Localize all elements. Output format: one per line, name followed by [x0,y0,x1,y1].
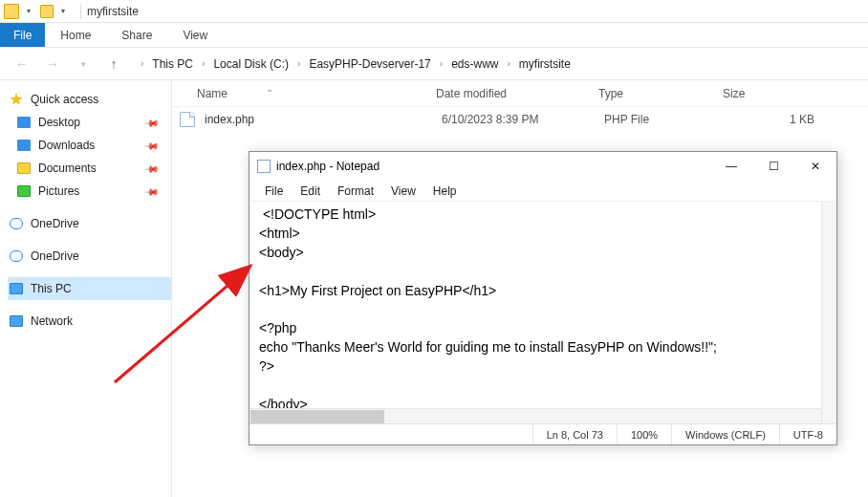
pin-icon: 📌 [144,184,160,199]
sidebar-item-thispc[interactable]: This PC [8,277,171,300]
close-button[interactable]: ✕ [794,152,836,181]
sidebar-item-desktop[interactable]: Desktop📌 [8,111,171,134]
file-date: 6/10/2023 8:39 PM [442,113,604,126]
pictures-icon [17,185,31,197]
sidebar-item-pictures[interactable]: Pictures📌 [8,180,171,203]
separator [80,4,81,19]
sidebar-label: Quick access [31,93,98,106]
sidebar-label: Desktop [38,116,80,129]
scrollbar-vertical[interactable] [821,202,836,423]
sidebar-item-network[interactable]: Network [8,310,171,333]
sidebar-label: Pictures [38,184,79,198]
sidebar-label: OneDrive [31,249,79,263]
window-title: myfirstsite [87,5,139,18]
forward-button[interactable]: → [42,54,63,75]
status-position: Ln 8, Col 73 [532,424,617,444]
scrollbar-thumb[interactable] [250,410,384,423]
address-bar[interactable]: › This PC › Local Disk (C:) › EasyPHP-De… [134,55,573,73]
sidebar-label: Documents [38,162,97,175]
sidebar-item-downloads[interactable]: Downloads📌 [8,134,171,157]
status-zoom: 100% [617,424,671,444]
notepad-content: <!DOCTYPE html> <html> <body> <h1>My Fir… [259,206,717,423]
qat-dropdown[interactable]: ▾ [23,2,34,21]
sort-indicator-icon: ⌃ [266,88,273,98]
notepad-title: index.php - Notepad [276,160,380,173]
column-header-size[interactable]: Size [723,87,809,100]
onedrive-icon [10,218,23,229]
chevron-right-icon: › [437,58,445,69]
recent-dropdown[interactable]: ▾ [73,54,94,75]
up-button[interactable]: ↑ [103,54,124,75]
column-headers: Name⌃ Date modified Type Size [172,80,868,107]
menu-format[interactable]: Format [330,183,381,200]
sidebar-item-onedrive[interactable]: OneDrive [8,245,171,268]
tab-view[interactable]: View [167,23,223,47]
notepad-menubar: File Edit Format View Help [250,181,836,202]
navigation-pane: Quick access Desktop📌 Downloads📌 Documen… [0,80,172,497]
menu-view[interactable]: View [383,183,423,200]
sidebar-label: OneDrive [31,217,79,230]
desktop-icon [17,117,31,128]
status-eol: Windows (CRLF) [671,424,779,444]
chevron-right-icon: › [138,58,146,69]
documents-icon [17,162,31,174]
pin-icon: 📌 [144,161,160,176]
breadcrumb-item[interactable]: myfirstsite [517,55,573,73]
notepad-icon [257,160,271,173]
menu-file[interactable]: File [257,183,291,200]
star-icon [10,93,23,106]
notepad-window: index.php - Notepad ― ☐ ✕ File Edit Form… [249,151,837,445]
file-name: index.php [205,113,442,126]
pin-icon: 📌 [144,138,160,153]
tab-home[interactable]: Home [45,23,106,47]
sidebar-label: Network [31,314,73,328]
chevron-right-icon: › [504,58,512,69]
file-icon [180,112,195,127]
downloads-icon [17,140,31,151]
minimize-button[interactable]: ― [710,152,752,181]
maximize-button[interactable]: ☐ [752,152,794,181]
onedrive-icon [10,250,23,262]
file-row[interactable]: index.php 6/10/2023 8:39 PM PHP File 1 K… [172,107,868,132]
breadcrumb-item[interactable]: Local Disk (C:) [211,55,291,73]
menu-help[interactable]: Help [425,183,465,200]
column-header-name[interactable]: Name⌃ [197,87,436,100]
chevron-right-icon: › [199,58,207,69]
notepad-textarea[interactable]: <!DOCTYPE html> <html> <body> <h1>My Fir… [250,202,836,423]
sidebar-item-documents[interactable]: Documents📌 [8,157,171,180]
file-type: PHP File [604,113,728,126]
column-header-date[interactable]: Date modified [436,87,598,100]
network-icon [10,315,23,327]
sidebar-label: Downloads [38,139,95,152]
thispc-icon [10,283,23,294]
column-header-type[interactable]: Type [598,87,723,100]
folder-icon [4,4,19,19]
status-encoding: UTF-8 [779,424,836,444]
tab-share[interactable]: Share [106,23,167,47]
qat-dropdown[interactable]: ▾ [57,2,69,21]
menu-edit[interactable]: Edit [293,183,328,200]
chevron-right-icon: › [294,58,303,69]
breadcrumb-item[interactable]: This PC [150,55,195,73]
sidebar-label: This PC [31,282,72,295]
sidebar-item-onedrive[interactable]: OneDrive [8,212,171,235]
notepad-statusbar: Ln 8, Col 73 100% Windows (CRLF) UTF-8 [250,423,836,444]
scrollbar-horizontal[interactable] [250,408,821,423]
file-tab[interactable]: File [0,23,45,47]
sidebar-quick-access[interactable]: Quick access [8,88,171,111]
breadcrumb-item[interactable]: EasyPHP-Devserver-17 [307,55,432,73]
pin-icon: 📌 [144,115,160,130]
file-size: 1 KB [728,113,814,126]
back-button[interactable]: ← [11,54,33,75]
folder-icon [40,5,54,18]
breadcrumb-item[interactable]: eds-www [449,55,500,73]
notepad-titlebar[interactable]: index.php - Notepad ― ☐ ✕ [250,152,836,181]
